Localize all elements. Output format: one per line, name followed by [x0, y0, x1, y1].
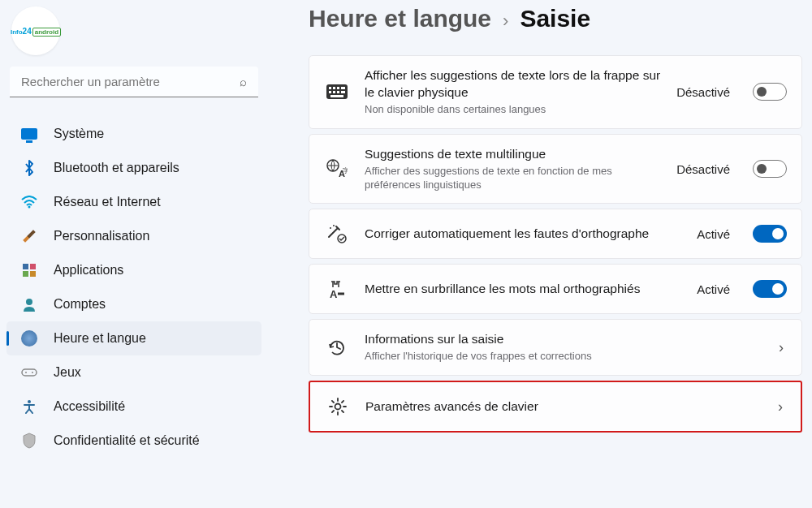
sidebar-item-label: Système [54, 127, 104, 141]
setting-subtitle: Afficher l'historique de vos frappes et … [365, 350, 761, 364]
svg-point-20 [333, 225, 335, 226]
setting-multilingual-suggestions[interactable]: A字 Suggestions de texte multilingue Affi… [309, 134, 802, 204]
shield-icon [19, 431, 39, 450]
gear-icon [325, 394, 351, 420]
svg-rect-9 [337, 87, 339, 89]
setting-title: Informations sur la saisie [365, 331, 761, 348]
page-title: Saisie [520, 5, 590, 32]
apps-icon [19, 260, 39, 280]
svg-rect-13 [337, 91, 339, 93]
setting-title: Afficher les suggestions de texte lors d… [365, 67, 662, 101]
svg-point-23 [335, 404, 341, 410]
sidebar-item-privacy[interactable]: Confidentialité et sécurité [6, 424, 261, 458]
toggle-switch[interactable] [753, 160, 787, 178]
sidebar-item-apps[interactable]: Applications [6, 253, 261, 287]
toggle-state-label: Activé [697, 282, 730, 296]
sidebar-item-label: Réseau et Internet [54, 195, 161, 209]
svg-text:A: A [330, 288, 338, 299]
svg-rect-2 [22, 369, 37, 376]
brush-icon [19, 226, 39, 246]
avatar-brand-part2: android [32, 28, 61, 37]
sidebar-item-system[interactable]: Système [6, 117, 261, 151]
avatar-brand-part1: Info [11, 28, 23, 36]
setting-subtitle: Afficher des suggestions de texte en fon… [365, 165, 662, 192]
gamepad-icon [19, 363, 39, 382]
svg-point-19 [330, 227, 331, 229]
sidebar-item-label: Personnalisation [54, 229, 149, 243]
setting-title: Suggestions de texte multilingue [365, 146, 662, 163]
setting-typing-insights[interactable]: Informations sur la saisie Afficher l'hi… [309, 319, 802, 376]
wand-check-icon [324, 221, 350, 247]
svg-point-4 [32, 372, 33, 373]
svg-rect-10 [341, 87, 345, 89]
svg-rect-15 [330, 95, 343, 97]
svg-point-0 [28, 206, 31, 209]
sidebar-item-accounts[interactable]: Comptes [6, 287, 261, 321]
keyboard-icon [324, 79, 350, 105]
translate-icon: A字 [324, 156, 350, 182]
setting-text-suggestions-physical[interactable]: Afficher les suggestions de texte lors d… [309, 55, 802, 129]
globe-icon [19, 329, 39, 348]
sidebar-item-label: Heure et langue [54, 331, 146, 346]
accessibility-icon [19, 397, 39, 416]
setting-title: Paramètres avancés de clavier [365, 398, 760, 415]
svg-point-5 [28, 400, 31, 403]
breadcrumb-parent[interactable]: Heure et langue [309, 5, 491, 32]
toggle-state-label: Désactivé [676, 85, 730, 99]
highlight-text-icon: A [324, 276, 350, 302]
chevron-right-icon: › [503, 11, 508, 32]
breadcrumb: Heure et langue › Saisie [309, 5, 802, 32]
sidebar-item-network[interactable]: Réseau et Internet [6, 185, 261, 219]
sidebar-item-bluetooth[interactable]: Bluetooth et appareils [6, 151, 261, 185]
setting-title: Corriger automatiquement les fautes d'or… [365, 226, 682, 243]
sidebar-item-time-language[interactable]: Heure et langue [6, 321, 261, 355]
monitor-icon [19, 124, 39, 144]
svg-text:字: 字 [343, 167, 348, 174]
sidebar-item-label: Comptes [54, 297, 106, 312]
svg-rect-8 [333, 87, 335, 89]
history-icon [324, 334, 350, 360]
wifi-icon [19, 192, 39, 212]
toggle-state-label: Désactivé [676, 162, 730, 176]
sidebar-item-label: Confidentialité et sécurité [54, 433, 200, 448]
sidebar-item-accessibility[interactable]: Accessibilité [6, 390, 261, 424]
sidebar-item-label: Accessibilité [54, 399, 125, 414]
setting-highlight-misspelled[interactable]: A Mettre en surbrillance les mots mal or… [309, 264, 802, 314]
sidebar-item-label: Bluetooth et appareils [54, 161, 179, 175]
svg-point-3 [25, 372, 27, 373]
chevron-right-icon: › [775, 339, 787, 356]
chevron-right-icon: › [775, 398, 786, 415]
svg-rect-12 [333, 91, 335, 93]
setting-advanced-keyboard[interactable]: Paramètres avancés de clavier › [309, 381, 802, 433]
user-icon [19, 295, 39, 314]
svg-point-1 [26, 299, 32, 305]
toggle-switch[interactable] [753, 225, 787, 243]
svg-rect-11 [329, 91, 331, 93]
svg-rect-7 [329, 87, 331, 89]
sidebar-item-gaming[interactable]: Jeux [6, 355, 261, 390]
setting-title: Mettre en surbrillance les mots mal orth… [365, 281, 682, 298]
sidebar-item-label: Jeux [54, 365, 81, 380]
search-input[interactable] [10, 67, 258, 97]
toggle-switch[interactable] [753, 83, 787, 101]
sidebar-item-personalization[interactable]: Personnalisation [6, 219, 261, 253]
toggle-state-label: Activé [697, 227, 730, 241]
toggle-switch[interactable] [753, 280, 787, 298]
bluetooth-icon [19, 158, 39, 178]
sidebar-item-label: Applications [54, 263, 123, 278]
setting-autocorrect[interactable]: Corriger automatiquement les fautes d'or… [309, 209, 802, 259]
avatar[interactable]: Info24android [11, 6, 60, 55]
svg-rect-14 [341, 91, 345, 93]
search-icon: ⌕ [240, 75, 247, 88]
setting-subtitle: Non disponible dans certaines langues [365, 103, 662, 117]
